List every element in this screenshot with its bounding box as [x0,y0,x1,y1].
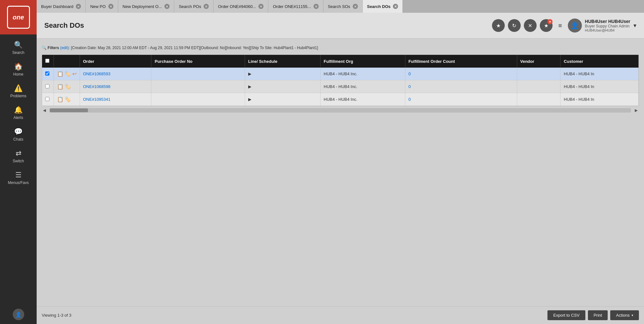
row-action-icon-1[interactable]: 📋 [57,71,63,77]
user-section: 👤 HUB4User HUB4User Buyer Suppy Chain Ad… [568,18,636,33]
avatar-icon: 👤 [571,22,579,29]
row-fulfillment-org-cell: HUB4 - HUB4 Inc. [320,80,405,93]
sidebar-item-profile[interactable]: 👤 [0,305,37,324]
page-footer: Viewing 1-3 of 3 Export to CSV Print Act… [37,306,644,324]
tab-label: Search DOs [367,4,391,9]
expand-icon[interactable]: ▶ [248,71,251,76]
close-tab-search-pos[interactable]: ✕ [204,4,209,9]
col-line-schedule-header: Line/ Schedule [245,55,320,68]
row-action-icon-1[interactable]: 📋 [57,96,63,102]
close-tab-search-dos[interactable]: ✕ [393,4,398,9]
expand-icon[interactable]: ▶ [248,84,251,89]
close-page-button[interactable]: ✕ [524,19,537,32]
sidebar-item-menus[interactable]: ☰ Menus/Favs [0,167,37,189]
table-header-row: Order Purchase Order No Line/ Schedule F… [42,55,639,68]
order-link[interactable]: ONE#1095341 [83,97,111,102]
sidebar-item-problems[interactable]: ⚠️ Problems [0,80,37,102]
tab-new-deployment[interactable]: New Deployment O... ✕ [118,0,175,13]
row-actions: 📋 🏷️ [57,96,76,102]
actions-dropdown-arrow: ▾ [632,313,633,317]
close-tab-new-deployment[interactable]: ✕ [164,4,170,9]
order-link[interactable]: ONE#1068593 [83,71,111,76]
col-fulfillment-org-header: Fulfillment Org [320,55,405,68]
horizontal-scrollbar[interactable] [50,108,631,113]
tab-bar: Buyer Dashboard ✕ New PO ✕ New Deploymen… [37,0,644,13]
sidebar-item-label: Problems [10,94,26,98]
row-action-icon-3[interactable]: ↩ [72,71,76,77]
fulfillment-count-link[interactable]: 0 [409,71,411,76]
scroll-right-arrow[interactable]: ▶ [633,108,639,113]
row-customer-cell: HUB4 - HUB4 In [561,80,639,93]
close-tab-order-11155[interactable]: ✕ [314,4,319,9]
filters-edit-link[interactable]: (edit) [60,46,69,50]
tab-search-sos[interactable]: Search SOs ✕ [323,0,363,13]
row-line-schedule-cell: ▶ [245,68,320,80]
close-tab-search-sos[interactable]: ✕ [353,4,358,9]
scroll-left-arrow[interactable]: ◀ [42,108,47,113]
row-action-icon-2[interactable]: 🏷️ [65,71,71,77]
close-tab-buyer-dashboard[interactable]: ✕ [76,4,81,9]
col-customer-header: Customer [561,55,639,68]
table-row: 📋 🏷️ ONE#1068598 ▶ HUB4 - HUB4 Inc. [42,80,639,93]
col-vendor-header: Vendor [517,55,561,68]
search-icon: 🔍 [14,41,23,49]
refresh-button[interactable]: ↻ [508,19,521,32]
main-content: Buyer Dashboard ✕ New PO ✕ New Deploymen… [37,0,644,324]
sidebar-item-home[interactable]: 🏠 Home [0,59,37,80]
chats-icon: 💬 [14,128,23,136]
filters-text: [Creation Date: May 28, 2021 12:00 AM ED… [71,46,318,50]
switch-icon: ⇄ [16,149,21,158]
row-checkbox[interactable] [45,71,49,76]
tab-order-94060[interactable]: Order ONE#94060... ✕ [213,0,268,13]
tab-order-11155[interactable]: Order ONE#11155... ✕ [268,0,323,13]
sidebar-item-label: Home [13,72,23,77]
tab-search-pos[interactable]: Search POs ✕ [174,0,213,13]
tab-buyer-dashboard[interactable]: Buyer Dashboard ✕ [37,0,86,13]
row-vendor-cell [517,68,561,80]
order-link[interactable]: ONE#1068598 [83,84,111,89]
close-tab-new-po[interactable]: ✕ [108,4,113,9]
menu-button[interactable]: ≡ [556,21,565,31]
user-dropdown-button[interactable]: ▾ [633,22,636,29]
user-avatar: 👤 [568,18,582,33]
row-checkbox[interactable] [45,97,49,101]
row-line-schedule-cell: ▶ [245,93,320,106]
table-row: 📋 🏷️ ONE#1095341 ▶ HUB4 - HUB4 Inc. [42,93,639,106]
tab-search-dos[interactable]: Search DOs ✕ [363,0,403,13]
row-fulfillment-count-cell: 0 [405,68,517,80]
sidebar-item-switch[interactable]: ⇄ Switch [0,145,37,167]
col-checkbox [42,55,54,68]
sidebar-item-chats[interactable]: 💬 Chats [0,124,37,145]
app-logo[interactable]: one [0,0,37,34]
actions-button[interactable]: Actions ▾ [610,310,639,320]
row-checkbox[interactable] [45,84,49,88]
row-fulfillment-org-cell: HUB4 - HUB4 Inc. [320,68,405,80]
select-all-checkbox[interactable] [45,59,49,63]
star-button[interactable]: ★ [492,19,505,32]
sidebar-item-search[interactable]: 🔍 Search [0,37,37,59]
tab-label: Search POs [179,4,201,9]
row-order-cell: ONE#1068598 [80,80,151,93]
row-vendor-cell [517,80,561,93]
print-button[interactable]: Print [588,310,608,320]
scrollbar-area: ◀ ▶ [42,106,639,114]
row-action-icon-1[interactable]: 📋 [57,84,63,90]
sidebar-item-alerts[interactable]: 🔔 Alerts [0,102,37,124]
close-tab-order-94060[interactable]: ✕ [258,4,264,9]
col-actions-header [54,55,80,68]
expand-icon[interactable]: ▶ [248,97,251,102]
row-order-cell: ONE#1068593 [80,68,151,80]
sidebar-item-label: Menus/Favs [8,180,29,185]
scrollbar-thumb[interactable] [50,108,88,112]
fulfillment-count-link[interactable]: 0 [409,97,411,102]
row-action-icon-2[interactable]: 🏷️ [65,84,71,90]
menus-icon: ☰ [15,171,22,179]
row-action-icon-2[interactable]: 🏷️ [65,96,71,102]
export-csv-button[interactable]: Export to CSV [547,310,585,320]
notification-button[interactable]: ★ ★ [540,19,553,32]
user-info: HUB4User HUB4User Buyer Suppy Chain Admi… [585,19,630,32]
fulfillment-count-link[interactable]: 0 [409,84,411,89]
row-vendor-cell [517,93,561,106]
tab-new-po[interactable]: New PO ✕ [86,0,118,13]
row-actions-cell: 📋 🏷️ ↩ [54,68,80,80]
